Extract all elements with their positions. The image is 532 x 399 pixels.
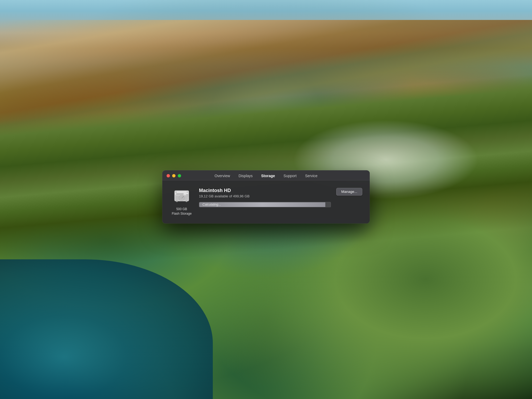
drive-icon-wrapper: 500 GB Flash Storage [170, 187, 194, 216]
svg-rect-5 [176, 193, 184, 195]
svg-point-3 [176, 192, 177, 193]
dialog-content: 500 GB Flash Storage Macintosh HD 19,12 … [162, 180, 370, 223]
svg-point-4 [187, 192, 188, 193]
close-button[interactable] [167, 174, 170, 177]
tab-overview[interactable]: Overview [210, 173, 234, 179]
drive-available: 19,12 GB available of 499,96 GB [199, 194, 331, 198]
progress-label: Calculating... [202, 203, 221, 206]
tab-displays[interactable]: Displays [234, 173, 257, 179]
drive-name: Macintosh HD [199, 188, 331, 193]
tab-support[interactable]: Support [279, 173, 301, 179]
storage-row: 500 GB Flash Storage Macintosh HD 19,12 … [170, 187, 362, 216]
svg-rect-6 [186, 194, 188, 195]
svg-point-11 [181, 198, 182, 198]
minimize-button[interactable] [172, 174, 176, 177]
tab-storage[interactable]: Storage [257, 173, 279, 179]
tab-bar: Overview Displays Storage Support Servic… [210, 173, 322, 179]
drive-size-label: 500 GB Flash Storage [172, 207, 192, 216]
svg-rect-14 [186, 201, 187, 202]
storage-progress-bar: Calculating... [199, 202, 331, 207]
svg-rect-13 [176, 201, 178, 202]
manage-button[interactable]: Manage... [336, 188, 362, 196]
dialog-titlebar: Overview Displays Storage Support Servic… [162, 170, 370, 180]
about-this-mac-dialog: Overview Displays Storage Support Servic… [162, 170, 370, 223]
hard-drive-icon [172, 187, 191, 205]
maximize-button[interactable] [178, 174, 181, 177]
traffic-lights [167, 174, 181, 177]
drive-info: Macintosh HD 19,12 GB available of 499,9… [199, 187, 331, 207]
tab-service[interactable]: Service [301, 173, 322, 179]
